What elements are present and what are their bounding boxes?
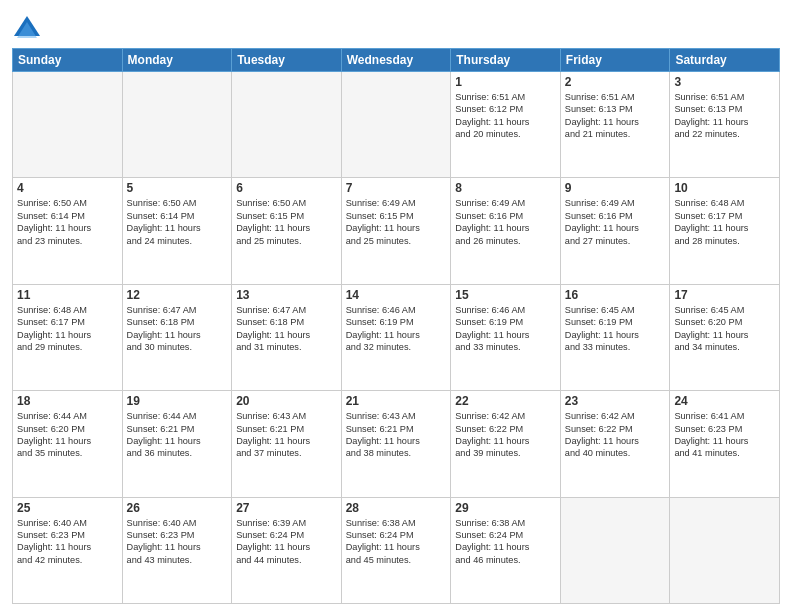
calendar-cell: 21Sunrise: 6:43 AM Sunset: 6:21 PM Dayli…: [341, 391, 451, 497]
calendar-cell: 10Sunrise: 6:48 AM Sunset: 6:17 PM Dayli…: [670, 178, 780, 284]
calendar-body: 1Sunrise: 6:51 AM Sunset: 6:12 PM Daylig…: [13, 72, 780, 604]
day-number: 3: [674, 75, 775, 89]
day-info: Sunrise: 6:40 AM Sunset: 6:23 PM Dayligh…: [127, 517, 228, 567]
week-row-2: 11Sunrise: 6:48 AM Sunset: 6:17 PM Dayli…: [13, 284, 780, 390]
header-day-tuesday: Tuesday: [232, 49, 342, 72]
day-info: Sunrise: 6:47 AM Sunset: 6:18 PM Dayligh…: [236, 304, 337, 354]
week-row-0: 1Sunrise: 6:51 AM Sunset: 6:12 PM Daylig…: [13, 72, 780, 178]
calendar-cell: 17Sunrise: 6:45 AM Sunset: 6:20 PM Dayli…: [670, 284, 780, 390]
day-number: 19: [127, 394, 228, 408]
logo: [12, 14, 46, 42]
week-row-3: 18Sunrise: 6:44 AM Sunset: 6:20 PM Dayli…: [13, 391, 780, 497]
calendar-cell: 11Sunrise: 6:48 AM Sunset: 6:17 PM Dayli…: [13, 284, 123, 390]
day-number: 29: [455, 501, 556, 515]
day-info: Sunrise: 6:46 AM Sunset: 6:19 PM Dayligh…: [346, 304, 447, 354]
day-number: 11: [17, 288, 118, 302]
day-number: 8: [455, 181, 556, 195]
calendar-cell: 1Sunrise: 6:51 AM Sunset: 6:12 PM Daylig…: [451, 72, 561, 178]
day-info: Sunrise: 6:45 AM Sunset: 6:20 PM Dayligh…: [674, 304, 775, 354]
calendar-cell: [560, 497, 670, 603]
calendar-cell: 9Sunrise: 6:49 AM Sunset: 6:16 PM Daylig…: [560, 178, 670, 284]
calendar-table: SundayMondayTuesdayWednesdayThursdayFrid…: [12, 48, 780, 604]
calendar-cell: [670, 497, 780, 603]
calendar-cell: 22Sunrise: 6:42 AM Sunset: 6:22 PM Dayli…: [451, 391, 561, 497]
day-number: 2: [565, 75, 666, 89]
day-info: Sunrise: 6:50 AM Sunset: 6:15 PM Dayligh…: [236, 197, 337, 247]
calendar-header: SundayMondayTuesdayWednesdayThursdayFrid…: [13, 49, 780, 72]
calendar-cell: 15Sunrise: 6:46 AM Sunset: 6:19 PM Dayli…: [451, 284, 561, 390]
day-number: 26: [127, 501, 228, 515]
header-day-monday: Monday: [122, 49, 232, 72]
day-number: 17: [674, 288, 775, 302]
week-row-1: 4Sunrise: 6:50 AM Sunset: 6:14 PM Daylig…: [13, 178, 780, 284]
day-number: 15: [455, 288, 556, 302]
day-number: 22: [455, 394, 556, 408]
calendar-cell: 25Sunrise: 6:40 AM Sunset: 6:23 PM Dayli…: [13, 497, 123, 603]
day-info: Sunrise: 6:42 AM Sunset: 6:22 PM Dayligh…: [565, 410, 666, 460]
calendar-cell: 14Sunrise: 6:46 AM Sunset: 6:19 PM Dayli…: [341, 284, 451, 390]
day-info: Sunrise: 6:43 AM Sunset: 6:21 PM Dayligh…: [236, 410, 337, 460]
header-day-thursday: Thursday: [451, 49, 561, 72]
day-number: 23: [565, 394, 666, 408]
header: [12, 10, 780, 42]
day-number: 20: [236, 394, 337, 408]
day-info: Sunrise: 6:51 AM Sunset: 6:13 PM Dayligh…: [674, 91, 775, 141]
calendar-cell: [341, 72, 451, 178]
calendar-cell: 18Sunrise: 6:44 AM Sunset: 6:20 PM Dayli…: [13, 391, 123, 497]
day-number: 10: [674, 181, 775, 195]
day-number: 28: [346, 501, 447, 515]
calendar-cell: 16Sunrise: 6:45 AM Sunset: 6:19 PM Dayli…: [560, 284, 670, 390]
calendar-cell: 13Sunrise: 6:47 AM Sunset: 6:18 PM Dayli…: [232, 284, 342, 390]
day-info: Sunrise: 6:51 AM Sunset: 6:12 PM Dayligh…: [455, 91, 556, 141]
day-number: 9: [565, 181, 666, 195]
day-info: Sunrise: 6:45 AM Sunset: 6:19 PM Dayligh…: [565, 304, 666, 354]
day-info: Sunrise: 6:49 AM Sunset: 6:16 PM Dayligh…: [455, 197, 556, 247]
calendar-cell: 7Sunrise: 6:49 AM Sunset: 6:15 PM Daylig…: [341, 178, 451, 284]
header-day-wednesday: Wednesday: [341, 49, 451, 72]
day-info: Sunrise: 6:43 AM Sunset: 6:21 PM Dayligh…: [346, 410, 447, 460]
logo-icon: [12, 14, 42, 42]
calendar-cell: 4Sunrise: 6:50 AM Sunset: 6:14 PM Daylig…: [13, 178, 123, 284]
header-day-sunday: Sunday: [13, 49, 123, 72]
calendar-cell: 5Sunrise: 6:50 AM Sunset: 6:14 PM Daylig…: [122, 178, 232, 284]
day-info: Sunrise: 6:49 AM Sunset: 6:15 PM Dayligh…: [346, 197, 447, 247]
day-info: Sunrise: 6:48 AM Sunset: 6:17 PM Dayligh…: [17, 304, 118, 354]
header-day-friday: Friday: [560, 49, 670, 72]
day-info: Sunrise: 6:42 AM Sunset: 6:22 PM Dayligh…: [455, 410, 556, 460]
calendar-cell: 6Sunrise: 6:50 AM Sunset: 6:15 PM Daylig…: [232, 178, 342, 284]
day-info: Sunrise: 6:44 AM Sunset: 6:20 PM Dayligh…: [17, 410, 118, 460]
day-info: Sunrise: 6:38 AM Sunset: 6:24 PM Dayligh…: [455, 517, 556, 567]
day-number: 27: [236, 501, 337, 515]
day-number: 6: [236, 181, 337, 195]
day-number: 13: [236, 288, 337, 302]
day-number: 25: [17, 501, 118, 515]
day-number: 14: [346, 288, 447, 302]
page-container: SundayMondayTuesdayWednesdayThursdayFrid…: [0, 0, 792, 612]
day-info: Sunrise: 6:51 AM Sunset: 6:13 PM Dayligh…: [565, 91, 666, 141]
calendar-cell: 12Sunrise: 6:47 AM Sunset: 6:18 PM Dayli…: [122, 284, 232, 390]
calendar-cell: 27Sunrise: 6:39 AM Sunset: 6:24 PM Dayli…: [232, 497, 342, 603]
calendar-cell: [122, 72, 232, 178]
day-number: 18: [17, 394, 118, 408]
week-row-4: 25Sunrise: 6:40 AM Sunset: 6:23 PM Dayli…: [13, 497, 780, 603]
day-number: 16: [565, 288, 666, 302]
day-number: 4: [17, 181, 118, 195]
day-number: 5: [127, 181, 228, 195]
calendar-cell: 20Sunrise: 6:43 AM Sunset: 6:21 PM Dayli…: [232, 391, 342, 497]
calendar-cell: 8Sunrise: 6:49 AM Sunset: 6:16 PM Daylig…: [451, 178, 561, 284]
day-number: 21: [346, 394, 447, 408]
day-info: Sunrise: 6:50 AM Sunset: 6:14 PM Dayligh…: [127, 197, 228, 247]
day-number: 12: [127, 288, 228, 302]
day-number: 24: [674, 394, 775, 408]
calendar-cell: [13, 72, 123, 178]
calendar-cell: 28Sunrise: 6:38 AM Sunset: 6:24 PM Dayli…: [341, 497, 451, 603]
calendar-cell: 3Sunrise: 6:51 AM Sunset: 6:13 PM Daylig…: [670, 72, 780, 178]
calendar-cell: 19Sunrise: 6:44 AM Sunset: 6:21 PM Dayli…: [122, 391, 232, 497]
calendar-cell: 2Sunrise: 6:51 AM Sunset: 6:13 PM Daylig…: [560, 72, 670, 178]
day-info: Sunrise: 6:38 AM Sunset: 6:24 PM Dayligh…: [346, 517, 447, 567]
day-info: Sunrise: 6:41 AM Sunset: 6:23 PM Dayligh…: [674, 410, 775, 460]
day-info: Sunrise: 6:47 AM Sunset: 6:18 PM Dayligh…: [127, 304, 228, 354]
calendar-cell: 26Sunrise: 6:40 AM Sunset: 6:23 PM Dayli…: [122, 497, 232, 603]
calendar-cell: [232, 72, 342, 178]
header-row: SundayMondayTuesdayWednesdayThursdayFrid…: [13, 49, 780, 72]
